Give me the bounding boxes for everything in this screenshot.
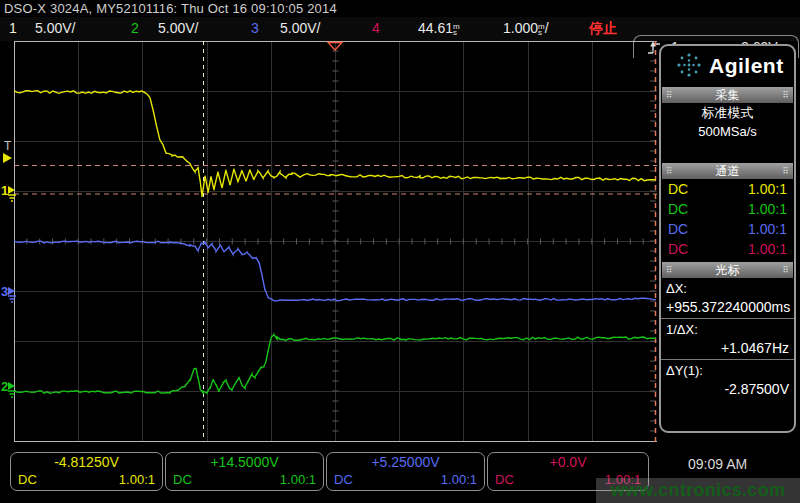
ch3-scale[interactable]: 5.00V/: [280, 20, 320, 36]
ch1-probe: 1.00:1: [748, 179, 787, 199]
ch1-offset-value: -4.81250V: [11, 453, 162, 471]
ch2-coupling-label: DC: [173, 471, 192, 489]
sidebar: Agilent ⠿ 采集 ⠿ 标准模式 500MSa/s ⠿ 通道 ⠿ DC1.…: [659, 44, 796, 433]
acquisition-mode: 标准模式: [661, 103, 794, 122]
ch2-status-box[interactable]: +14.5000V DC1.00:1: [165, 452, 324, 491]
grip-icon: ⠿: [666, 262, 673, 278]
ch3-probe-label: 1.00:1: [441, 471, 477, 489]
brand-row: Agilent: [661, 46, 794, 86]
watermark: www.cntronics.com: [596, 478, 800, 503]
delay-unit: ms: [453, 24, 460, 36]
timebase-unit: ms: [538, 24, 545, 36]
ch3-coupling-label: DC: [334, 471, 353, 489]
ch2-number[interactable]: 2: [131, 20, 139, 36]
grip-icon: ⠿: [782, 87, 789, 103]
status-row: 1 5.00V/ 2 5.00V/ 3 5.00V/ 4 44.61ms 1.0…: [0, 17, 800, 41]
ch4-number[interactable]: 4: [372, 20, 380, 36]
channels-header-label: 通道: [716, 164, 740, 178]
timebase-readout[interactable]: 1.000ms/: [503, 20, 549, 36]
ch4-offset-value: +0.0V: [488, 453, 648, 471]
ch1-ground-marker[interactable]: 1: [1, 184, 14, 202]
delta-x-label: ΔX:: [666, 280, 789, 298]
delta-y-value: -2.87500V: [666, 380, 789, 398]
ch2-ground-marker[interactable]: 2: [1, 380, 14, 398]
waveform-display: [14, 41, 657, 442]
brand-name: Agilent: [709, 54, 784, 78]
ch2-offset-value: +14.5000V: [166, 453, 323, 471]
ch3-status-box[interactable]: +5.25000V DC1.00:1: [326, 452, 485, 491]
grip-icon: ⠿: [666, 163, 673, 179]
oscilloscope-screen: DSO-X 3024A, MY52101116: Thu Oct 16 09:1…: [0, 0, 800, 503]
acquisition-header-label: 采集: [716, 88, 740, 102]
run-state-badge[interactable]: 停止: [589, 20, 617, 38]
ch3-ground-icon: [7, 285, 21, 303]
ch1-status-box[interactable]: -4.81250V DC1.00:1: [10, 452, 163, 491]
ch3-coupling: DC: [668, 219, 688, 239]
trigger-level-label: T: [4, 141, 11, 151]
trigger-level-marker[interactable]: T: [1, 141, 14, 167]
ch2-scale[interactable]: 5.00V/: [158, 20, 198, 36]
ch1-coupling: DC: [668, 179, 688, 199]
ch3-probe: 1.00:1: [748, 219, 787, 239]
ch2-probe: 1.00:1: [748, 199, 787, 219]
model-serial-datetime: DSO-X 3024A, MY52101116: Thu Oct 16 09:1…: [4, 1, 644, 17]
ch2-ground-icon: [7, 380, 21, 398]
cursors-header-label: 光标: [716, 263, 740, 277]
ch3-offset-value: +5.25000V: [327, 453, 484, 471]
cursor-readouts: ΔX: +955.372240000ms 1/ΔX: +1.0467Hz ΔY(…: [661, 278, 794, 398]
trigger-level-arrow-icon: [1, 152, 13, 164]
ch2-probe-label: 1.00:1: [280, 471, 316, 489]
channels-section-header[interactable]: ⠿ 通道 ⠿: [662, 163, 793, 179]
delay-readout[interactable]: 44.61ms: [418, 20, 460, 36]
ch4-coupling-row[interactable]: DC1.00:1: [661, 239, 794, 259]
ch1-coupling-row[interactable]: DC1.00:1: [661, 179, 794, 199]
ch3-number[interactable]: 3: [251, 20, 259, 36]
ch2-coupling-row[interactable]: DC1.00:1: [661, 199, 794, 219]
inv-delta-x-value: +1.0467Hz: [666, 339, 789, 357]
grip-icon: ⠿: [666, 87, 673, 103]
divider: [661, 318, 794, 319]
grip-icon: ⠿: [782, 262, 789, 278]
sample-rate: 500MSa/s: [661, 122, 794, 141]
ch3-coupling-row[interactable]: DC1.00:1: [661, 219, 794, 239]
ch4-coupling: DC: [668, 239, 688, 259]
delta-x-value: +955.372240000ms: [666, 298, 789, 316]
ch3-ground-marker[interactable]: 3: [1, 285, 14, 303]
grip-icon: ⠿: [782, 163, 789, 179]
cursors-section-header[interactable]: ⠿ 光标 ⠿: [662, 262, 793, 278]
ch1-probe-label: 1.00:1: [119, 471, 155, 489]
delta-y-label: ΔY(1):: [666, 362, 789, 380]
ch4-probe: 1.00:1: [748, 239, 787, 259]
bottom-bar: -4.81250V DC1.00:1 +14.5000V DC1.00:1 +5…: [0, 448, 800, 503]
acquisition-section-header[interactable]: ⠿ 采集 ⠿: [662, 87, 793, 103]
inv-delta-x-label: 1/ΔX:: [666, 321, 789, 339]
graticule-svg: [14, 41, 657, 442]
ch1-scale[interactable]: 5.00V/: [35, 20, 75, 36]
ch1-ground-icon: [7, 184, 21, 202]
clock: 09:09 AM: [688, 456, 747, 472]
ch4-coupling-label: DC: [495, 471, 514, 489]
ch1-number[interactable]: 1: [9, 20, 17, 36]
ch1-coupling-label: DC: [18, 471, 37, 489]
agilent-starburst-icon: [675, 51, 703, 79]
divider: [661, 359, 794, 360]
ch2-coupling: DC: [668, 199, 688, 219]
